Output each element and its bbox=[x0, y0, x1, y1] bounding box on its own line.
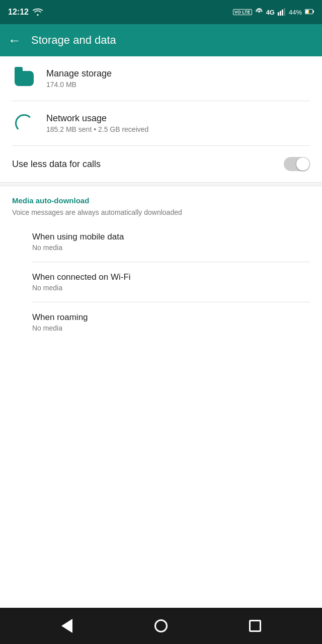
wifi-title: When connected on Wi-Fi bbox=[32, 272, 310, 282]
manage-storage-item[interactable]: Manage storage 174.0 MB bbox=[0, 56, 322, 101]
app-bar: ← Storage and data bbox=[0, 24, 322, 56]
svg-point-1 bbox=[258, 11, 260, 13]
svg-rect-4 bbox=[282, 10, 283, 16]
status-bar: 12:12 VO LTE 4G bbox=[0, 0, 322, 24]
use-less-data-row[interactable]: Use less data for calls bbox=[0, 146, 322, 182]
content: Manage storage 174.0 MB Network usage 18… bbox=[0, 56, 322, 608]
mobile-data-subtitle: No media bbox=[32, 244, 310, 252]
mobile-data-title: When using mobile data bbox=[32, 232, 310, 242]
recents-square-icon bbox=[249, 620, 261, 632]
manage-storage-text: Manage storage 174.0 MB bbox=[46, 68, 310, 89]
svg-point-0 bbox=[37, 14, 38, 16]
home-circle-icon bbox=[154, 619, 168, 632]
status-time: 12:12 bbox=[8, 8, 29, 17]
media-auto-download-header: Media auto-download Voice messages are a… bbox=[0, 186, 322, 222]
page-title: Storage and data bbox=[31, 34, 116, 47]
battery-icon bbox=[305, 8, 314, 17]
hotspot-icon bbox=[255, 8, 263, 17]
back-button[interactable]: ← bbox=[8, 33, 21, 48]
wifi-icon bbox=[33, 8, 43, 17]
svg-rect-7 bbox=[313, 10, 314, 13]
battery-level: 44% bbox=[289, 9, 302, 16]
nav-bar bbox=[0, 608, 322, 644]
volte-badge: VO LTE bbox=[233, 9, 252, 15]
network-usage-title: Network usage bbox=[46, 113, 310, 124]
roaming-subtitle: No media bbox=[32, 324, 310, 332]
nav-home-button[interactable] bbox=[149, 614, 173, 638]
svg-rect-2 bbox=[278, 12, 279, 16]
network-usage-text: Network usage 185.2 MB sent • 2.5 GB rec… bbox=[46, 113, 310, 133]
roaming-item[interactable]: When roaming No media bbox=[0, 302, 322, 342]
toggle-knob bbox=[296, 157, 309, 171]
network-usage-subtitle: 185.2 MB sent • 2.5 GB received bbox=[46, 125, 310, 133]
network-usage-icon bbox=[15, 114, 33, 132]
network-type: 4G bbox=[266, 9, 275, 16]
folder-icon bbox=[15, 71, 34, 86]
use-less-data-toggle[interactable] bbox=[284, 157, 310, 171]
back-triangle-icon bbox=[61, 619, 72, 633]
section-divider bbox=[0, 182, 322, 186]
manage-storage-subtitle: 174.0 MB bbox=[46, 80, 310, 89]
manage-storage-title: Manage storage bbox=[46, 68, 310, 79]
network-usage-item[interactable]: Network usage 185.2 MB sent • 2.5 GB rec… bbox=[0, 101, 322, 145]
svg-rect-3 bbox=[280, 11, 281, 15]
roaming-title: When roaming bbox=[32, 312, 310, 323]
media-auto-download-desc: Voice messages are always automatically … bbox=[12, 208, 310, 218]
mobile-data-item[interactable]: When using mobile data No media bbox=[0, 222, 322, 262]
signal-icon bbox=[278, 8, 286, 17]
nav-back-button[interactable] bbox=[55, 614, 79, 638]
folder-icon-container bbox=[12, 66, 36, 91]
nav-recents-button[interactable] bbox=[243, 614, 267, 638]
use-less-data-label: Use less data for calls bbox=[12, 159, 284, 170]
wifi-item[interactable]: When connected on Wi-Fi No media bbox=[0, 262, 322, 302]
svg-rect-5 bbox=[284, 8, 285, 16]
media-auto-download-title: Media auto-download bbox=[12, 196, 310, 205]
wifi-subtitle: No media bbox=[32, 284, 310, 292]
network-icon-container bbox=[12, 111, 36, 135]
